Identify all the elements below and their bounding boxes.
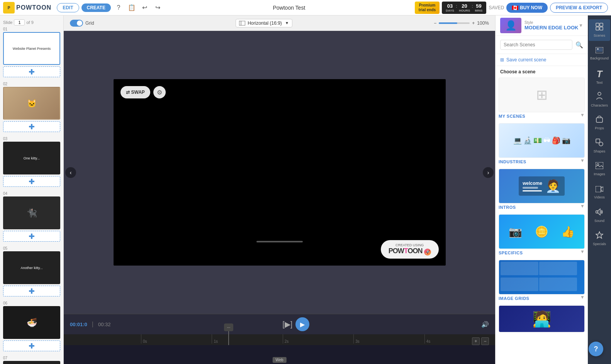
- slide-thumbnail-5[interactable]: Another kitty...: [3, 251, 60, 284]
- create-button[interactable]: CREATE: [81, 3, 111, 12]
- scene-card-intros[interactable]: welcome 🧑‍💼 INTROS ▼: [499, 169, 585, 210]
- swap-button[interactable]: ⇄ SWAP: [121, 86, 150, 98]
- scenes-search-input[interactable]: [500, 40, 572, 50]
- timeline-zoom-minus[interactable]: −: [481, 337, 489, 345]
- add-slide-btn-2[interactable]: [3, 121, 60, 132]
- svg-rect-23: [596, 48, 603, 52]
- scene-card-bottom[interactable]: 🧑‍💻: [499, 305, 585, 332]
- undo-icon[interactable]: ↩: [139, 2, 150, 13]
- props-sidebar-label: Props: [595, 126, 604, 130]
- slide-thumbnail-7[interactable]: One bowl of food.: [3, 361, 60, 364]
- sidebar-item-text[interactable]: T Text: [589, 66, 610, 87]
- grid-toggle-switch[interactable]: [70, 20, 83, 27]
- sidebar-item-shapes[interactable]: Shapes: [589, 135, 610, 157]
- ruler-mark-3s: 3s: [353, 334, 424, 344]
- volume-icon[interactable]: 🔊: [481, 321, 489, 328]
- save-scene-button[interactable]: ⊞ Save current scene: [500, 57, 546, 63]
- add-slide-btn-1[interactable]: [3, 66, 60, 77]
- industries-chevron: ▼: [580, 158, 585, 163]
- scene-thumb-intros: welcome 🧑‍💼: [499, 169, 585, 203]
- presentation-title[interactable]: Powtoon Test: [166, 5, 412, 11]
- svg-rect-9: [29, 235, 34, 237]
- zoom-minus[interactable]: −: [434, 20, 436, 26]
- slide-thumbnail-1[interactable]: Website Planet Presents: [3, 32, 60, 65]
- sidebar-item-scenes[interactable]: Scenes: [589, 19, 610, 41]
- slide-thumbnail-4[interactable]: 🐈‍⬛: [3, 196, 60, 229]
- slide-number-input[interactable]: [14, 19, 25, 25]
- timeline-zoom-plus[interactable]: +: [472, 337, 480, 345]
- scene-card-industries[interactable]: 💻🔬💵🕶🎒📷 INDUSTRIES ▼: [499, 123, 585, 164]
- play-icon: ▶: [300, 321, 305, 328]
- trial-timer: 03 DAYS : 20 HOURS : 59 MINS: [442, 2, 486, 14]
- main-canvas[interactable]: ⇄ SWAP ⚙ CREATED USING POWTOON 🚀: [114, 79, 446, 266]
- list-item: 03 One kitty...: [0, 135, 63, 190]
- save-scene-icon: ⊞: [500, 57, 504, 63]
- add-slide-btn-6[interactable]: [3, 340, 60, 351]
- background-sidebar-label: Background: [590, 56, 609, 60]
- saved-indicator: SAVED: [489, 5, 504, 10]
- slide-thumbnail-3[interactable]: One kitty...: [3, 142, 60, 174]
- aspect-chevron: ▼: [285, 21, 289, 25]
- sidebar-item-specials[interactable]: Specials: [589, 228, 610, 249]
- settings-button[interactable]: ⚙: [153, 86, 166, 98]
- scenes-sidebar-label: Scenes: [594, 34, 605, 37]
- grid-toggle[interactable]: Grid: [70, 20, 94, 27]
- svg-text:P: P: [8, 6, 10, 10]
- add-slide-btn-4[interactable]: [3, 231, 60, 242]
- svg-rect-27: [596, 139, 600, 143]
- prev-slide-arrow[interactable]: ‹: [65, 167, 76, 178]
- background-icon: [596, 46, 603, 55]
- svg-rect-18: [596, 23, 599, 26]
- svg-rect-11: [29, 290, 34, 292]
- sidebar-item-props[interactable]: Props: [589, 112, 610, 134]
- slide-thumbnail-6[interactable]: 🍜: [3, 306, 60, 339]
- play-frame-button[interactable]: [▶]: [282, 320, 292, 329]
- zoom-controls: − + 100%: [434, 20, 489, 26]
- scene-thumb-bottom: 🧑‍💻: [499, 305, 585, 332]
- sidebar-item-background[interactable]: Background: [589, 42, 610, 64]
- timeline-zoom-buttons: + −: [472, 337, 489, 345]
- redo-icon[interactable]: ↪: [153, 2, 163, 13]
- specials-sidebar-label: Specials: [593, 242, 606, 246]
- aspect-ratio-selector[interactable]: Horizontal (16:9) ▼: [236, 19, 292, 27]
- svg-rect-13: [29, 345, 34, 347]
- svg-rect-16: [239, 21, 245, 25]
- preview-export-button[interactable]: PREVIEW & EXPORT: [550, 3, 608, 13]
- scene-card-imggrids[interactable]: IMAGE GRIDS ▼: [499, 260, 585, 301]
- buy-now-button[interactable]: 🇨🇦 BUY NOW: [506, 3, 548, 13]
- scene-card-my-scenes[interactable]: ⊞ MY SCENES ▼: [499, 78, 585, 119]
- svg-rect-7: [29, 181, 34, 182]
- canvas-toolbar: Grid Horizontal (16:9) ▼ − + 100%: [64, 15, 495, 31]
- next-slide-arrow[interactable]: ›: [483, 167, 494, 178]
- images-sidebar-label: Images: [594, 172, 605, 176]
- add-slide-btn-3[interactable]: [3, 176, 60, 187]
- sidebar-item-characters[interactable]: Characters: [589, 89, 610, 110]
- svg-point-24: [597, 48, 599, 50]
- svg-rect-3: [29, 71, 34, 73]
- search-button[interactable]: 🔍: [575, 41, 583, 49]
- notes-icon[interactable]: 📋: [126, 2, 137, 13]
- specifics-chevron: ▼: [580, 249, 585, 254]
- canvas-wrapper: ‹ ⇄ SWAP ⚙ CREATED USING POWTOON: [64, 31, 495, 314]
- zoom-slider[interactable]: [439, 22, 470, 24]
- style-chevron[interactable]: ▼: [579, 23, 583, 28]
- zoom-plus[interactable]: +: [472, 20, 475, 26]
- svg-rect-5: [29, 126, 34, 127]
- scenes-grid: ⊞ MY SCENES ▼ 💻🔬💵🕶🎒📷 INDUSTRIES ▼: [496, 76, 588, 364]
- sidebar-item-images[interactable]: Images: [589, 158, 610, 180]
- sound-icon: [596, 208, 603, 218]
- scenes-style-row: 👤 Style MODERN EDGE LOOK ▼: [496, 15, 588, 36]
- slide-thumbnail-2[interactable]: 🐱: [3, 87, 60, 120]
- swap-icon: ⇄: [126, 90, 130, 95]
- edit-button[interactable]: EDIT: [57, 3, 79, 12]
- add-slide-btn-5[interactable]: [3, 286, 60, 296]
- sidebar-item-sound[interactable]: Sound: [589, 205, 610, 226]
- help-button[interactable]: ?: [589, 342, 603, 356]
- help-icon[interactable]: ?: [113, 2, 124, 13]
- watermark-logo: POWTOON 🚀: [389, 247, 431, 256]
- timeline-track[interactable]: Web: [64, 345, 495, 364]
- sidebar-item-videos[interactable]: Videos: [589, 181, 610, 203]
- scene-card-specifics[interactable]: 📷 🪙 👍 SPECIFICS ▼: [499, 214, 585, 255]
- play-button[interactable]: ▶: [295, 317, 309, 331]
- list-item: 05 Another kitty...: [0, 245, 63, 300]
